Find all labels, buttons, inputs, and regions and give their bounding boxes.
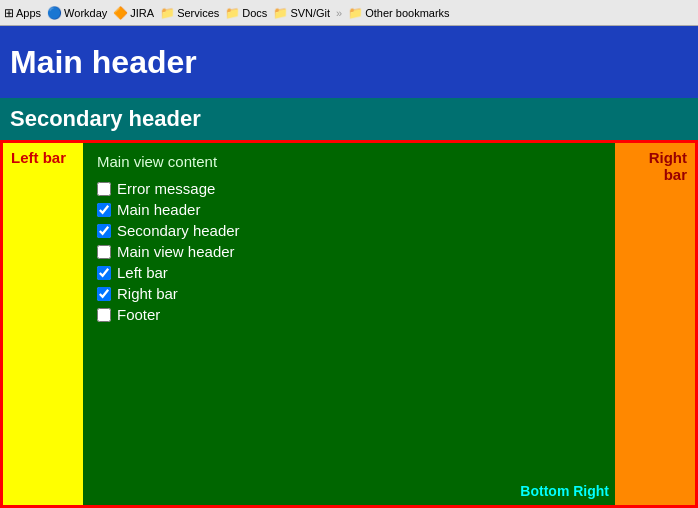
docs-bookmark[interactable]: 📁 Docs [225,6,267,20]
checkbox-left-bar-input[interactable] [97,266,111,280]
apps-icon: ⊞ [4,6,14,20]
checkbox-list: Error message Main header Secondary head… [97,180,601,323]
main-header-text: Main header [10,44,197,81]
checkbox-main-header-input[interactable] [97,203,111,217]
main-view-title: Main view content [97,153,601,170]
main-view: Main view content Error message Main hea… [83,143,615,505]
right-bar: Right bar [615,143,695,505]
services-bookmark[interactable]: 📁 Services [160,6,219,20]
checkbox-left-bar[interactable]: Left bar [97,264,601,281]
checkbox-left-bar-label: Left bar [117,264,168,281]
left-bar: Left bar [3,143,83,505]
checkbox-secondary-header[interactable]: Secondary header [97,222,601,239]
checkbox-footer-label: Footer [117,306,160,323]
apps-bookmark[interactable]: ⊞ Apps [4,6,41,20]
jira-icon: 🔶 [113,6,128,20]
content-area: Left bar Main view content Error message… [0,140,698,508]
right-bar-label: Right bar [649,149,687,183]
other-folder-icon: 📁 [348,6,363,20]
checkbox-footer-input[interactable] [97,308,111,322]
jira-bookmark[interactable]: 🔶 JIRA [113,6,154,20]
page: Main header Secondary header Left bar Ma… [0,26,698,508]
checkbox-footer[interactable]: Footer [97,306,601,323]
services-folder-icon: 📁 [160,6,175,20]
docs-folder-icon: 📁 [225,6,240,20]
main-header: Main header [0,26,698,98]
workday-bookmark[interactable]: 🔵 Workday [47,6,107,20]
secondary-header-text: Secondary header [10,106,201,132]
svngit-bookmark[interactable]: 📁 SVN/Git [273,6,330,20]
checkbox-error-message-input[interactable] [97,182,111,196]
checkbox-main-header-label: Main header [117,201,200,218]
secondary-header: Secondary header [0,98,698,140]
checkbox-secondary-header-input[interactable] [97,224,111,238]
checkbox-error-message-label: Error message [117,180,215,197]
bottom-right-label: Bottom Right [520,483,609,499]
checkbox-main-view-header-input[interactable] [97,245,111,259]
more-bookmarks-separator: » [336,7,342,19]
workday-icon: 🔵 [47,6,62,20]
checkbox-secondary-header-label: Secondary header [117,222,240,239]
checkbox-right-bar-input[interactable] [97,287,111,301]
checkbox-right-bar[interactable]: Right bar [97,285,601,302]
checkbox-error-message[interactable]: Error message [97,180,601,197]
checkbox-right-bar-label: Right bar [117,285,178,302]
svngit-folder-icon: 📁 [273,6,288,20]
checkbox-main-header[interactable]: Main header [97,201,601,218]
left-bar-label: Left bar [11,149,66,166]
checkbox-main-view-header[interactable]: Main view header [97,243,601,260]
other-bookmarks[interactable]: 📁 Other bookmarks [348,6,449,20]
browser-toolbar: ⊞ Apps 🔵 Workday 🔶 JIRA 📁 Services 📁 Doc… [0,0,698,26]
checkbox-main-view-header-label: Main view header [117,243,235,260]
